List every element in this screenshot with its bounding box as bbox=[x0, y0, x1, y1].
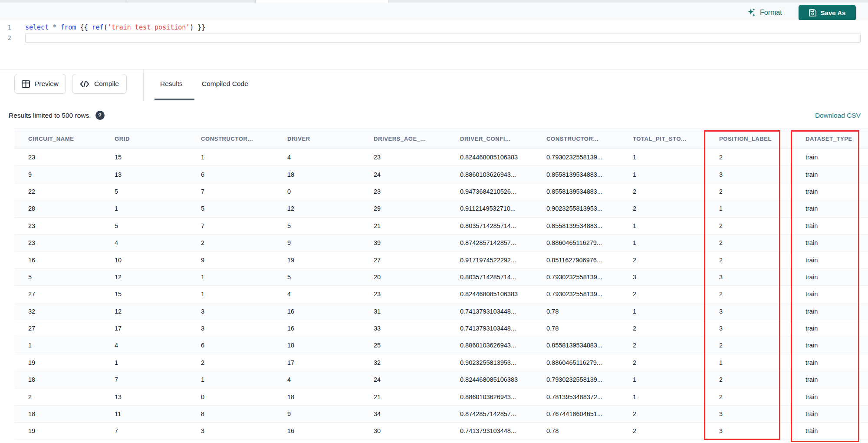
table-cell: 1 bbox=[187, 154, 273, 161]
table-cell: 0.8558139534883... bbox=[533, 188, 619, 195]
table-row[interactable]: 51215200.8035714285714...0.7930232558139… bbox=[14, 269, 868, 286]
table-row[interactable]: 213018210.8860103626943...0.781395348837… bbox=[14, 388, 868, 405]
table-cell: 12 bbox=[101, 308, 187, 315]
sql-editor[interactable]: 1 select * from {{ ref('train_test_posit… bbox=[0, 20, 868, 69]
code-token-keyword: from bbox=[60, 23, 76, 31]
table-row[interactable]: 2717316330.7413793103448...0.7823train bbox=[14, 320, 868, 337]
table-cell: train bbox=[792, 222, 868, 229]
table-cell: 2 bbox=[705, 342, 792, 349]
table-row[interactable]: 231514230.8244680851063830.7930232558139… bbox=[14, 149, 868, 166]
code-line-1[interactable]: 1 select * from {{ ref('train_test_posit… bbox=[0, 23, 868, 32]
code-brackets-icon bbox=[80, 80, 89, 88]
table-cell: 0.8860103626943... bbox=[446, 393, 533, 400]
table-cell: 2 bbox=[619, 410, 705, 417]
table-cell: 18 bbox=[273, 171, 360, 178]
table-cell: 12 bbox=[101, 274, 187, 281]
line-number-2: 2 bbox=[0, 34, 17, 41]
save-icon bbox=[809, 9, 816, 17]
table-row[interactable]: 23429390.8742857142857...0.8860465116279… bbox=[14, 235, 868, 251]
table-row[interactable]: 14618250.8860103626943...0.8558139534883… bbox=[14, 337, 868, 354]
table-cell: 7 bbox=[101, 427, 187, 434]
table-grid-icon bbox=[22, 80, 30, 88]
table-cell: 0.8860103626943... bbox=[446, 342, 533, 349]
table-cell: 4 bbox=[273, 154, 360, 161]
table-cell: 0.7413793103448... bbox=[446, 308, 533, 315]
table-cell: 3 bbox=[705, 427, 792, 434]
code-token-function: ref bbox=[92, 23, 104, 31]
table-cell: 7 bbox=[101, 376, 187, 383]
table-row[interactable]: 191217320.9023255813953...0.886046511627… bbox=[14, 354, 868, 371]
table-cell: 9 bbox=[187, 257, 273, 264]
tab-results[interactable]: Results bbox=[160, 80, 183, 88]
table-cell: 19 bbox=[14, 427, 101, 434]
compile-button[interactable]: Compile bbox=[72, 74, 127, 94]
code-token-plain: ) bbox=[190, 23, 194, 31]
table-cell: 1 bbox=[705, 205, 792, 212]
table-cell: 0.8558139534883... bbox=[533, 171, 619, 178]
table-cell: train bbox=[792, 188, 868, 195]
table-cell: 8 bbox=[187, 410, 273, 417]
column-header: DRIVERS_AGE_... bbox=[360, 136, 446, 142]
table-cell: 3 bbox=[705, 308, 792, 315]
table-cell: 2 bbox=[619, 342, 705, 349]
table-cell: train bbox=[792, 171, 868, 178]
table-cell: 1 bbox=[101, 205, 187, 212]
table-cell: 0.7930232558139... bbox=[533, 376, 619, 383]
table-cell: 10 bbox=[101, 257, 187, 264]
table-cell: 1 bbox=[187, 274, 273, 281]
table-cell: 0.7930232558139... bbox=[533, 154, 619, 161]
table-cell: 0.824468085106383 bbox=[446, 376, 533, 383]
table-cell: train bbox=[792, 393, 868, 400]
save-as-button-label: Save As bbox=[821, 9, 846, 17]
table-cell: 3 bbox=[619, 274, 705, 281]
table-cell: 0.7413793103448... bbox=[446, 427, 533, 434]
table-cell: train bbox=[792, 257, 868, 264]
format-button-label: Format bbox=[760, 9, 782, 17]
table-cell: 19 bbox=[273, 257, 360, 264]
table-cell: 18 bbox=[14, 410, 101, 417]
results-limit-text: Results limited to 500 rows. bbox=[9, 112, 91, 119]
format-button[interactable]: Format bbox=[747, 8, 782, 17]
table-row[interactable]: 181189340.8742857142857...0.767441860465… bbox=[14, 406, 868, 423]
table-cell: 3 bbox=[705, 274, 792, 281]
column-header: DRIVER bbox=[273, 136, 360, 142]
table-cell: 24 bbox=[360, 376, 446, 383]
results-table: CIRCUIT_NAMEGRIDCONSTRUCTOR...DRIVERDRIV… bbox=[0, 129, 868, 440]
table-cell: 0.8860465116279... bbox=[533, 239, 619, 246]
table-cell: 20 bbox=[360, 274, 446, 281]
table-cell: 30 bbox=[360, 427, 446, 434]
cursor-line-box[interactable] bbox=[25, 33, 861, 43]
table-cell: 33 bbox=[360, 325, 446, 332]
download-csv-link[interactable]: Download CSV bbox=[815, 112, 861, 119]
code-token-plain bbox=[56, 23, 60, 31]
table-cell: 6 bbox=[187, 342, 273, 349]
table-cell: 0.7930232558139... bbox=[533, 274, 619, 281]
table-cell: 2 bbox=[705, 291, 792, 298]
help-icon[interactable]: ? bbox=[95, 111, 105, 120]
sparkles-icon bbox=[747, 8, 756, 17]
save-as-button[interactable]: Save As bbox=[799, 5, 856, 21]
table-row[interactable]: 23575210.8035714285714...0.8558139534883… bbox=[14, 218, 868, 235]
table-cell: train bbox=[792, 376, 868, 383]
table-row[interactable]: 22570230.9473684210526...0.8558139534883… bbox=[14, 183, 868, 200]
table-cell: 13 bbox=[101, 171, 187, 178]
table-row[interactable]: 1610919270.9171974522292...0.85116279069… bbox=[14, 251, 868, 268]
column-header: CONSTRUCTOR... bbox=[533, 136, 619, 142]
table-cell: train bbox=[792, 325, 868, 332]
table-cell: 32 bbox=[14, 308, 101, 315]
table-row[interactable]: 18714240.8244680851063830.7930232558139.… bbox=[14, 371, 868, 388]
table-row[interactable]: 281512290.9112149532710...0.902325581395… bbox=[14, 200, 868, 217]
tab-compiled-code[interactable]: Compiled Code bbox=[202, 80, 248, 88]
table-row[interactable]: 3212316310.7413793103448...0.7813train bbox=[14, 303, 868, 320]
table-cell: 5 bbox=[273, 222, 360, 229]
preview-button[interactable]: Preview bbox=[14, 74, 66, 94]
table-row[interactable]: 913618240.8860103626943...0.855813953488… bbox=[14, 166, 868, 183]
table-cell: train bbox=[792, 274, 868, 281]
table-cell: 0.9112149532710... bbox=[446, 205, 533, 212]
table-row[interactable]: 271514230.8244680851063830.7930232558139… bbox=[14, 286, 868, 303]
table-cell: 2 bbox=[619, 427, 705, 434]
table-row[interactable]: 197316300.7413793103448...0.7823train bbox=[14, 423, 868, 440]
table-cell: 2 bbox=[705, 393, 792, 400]
table-cell: 5 bbox=[101, 188, 187, 195]
table-cell: 1 bbox=[14, 342, 101, 349]
